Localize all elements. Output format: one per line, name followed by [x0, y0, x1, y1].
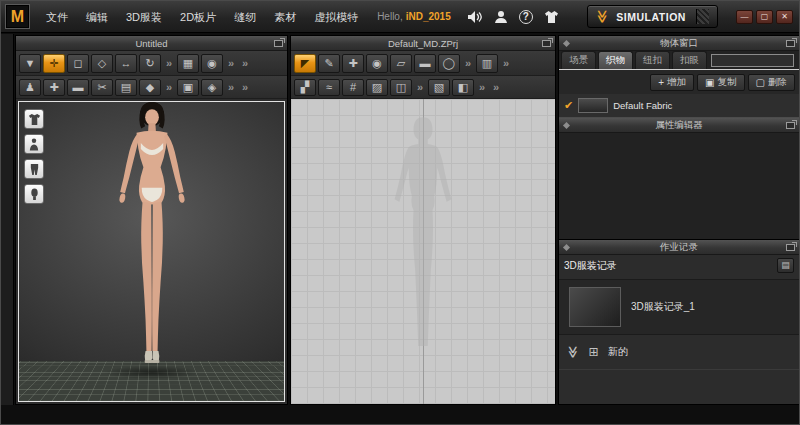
fabric-swatch — [578, 98, 608, 113]
texture-display-tool[interactable]: ▣ — [177, 79, 199, 96]
copy-fabric-button[interactable]: ▣复制 — [697, 74, 744, 91]
viewport-2d-titlebar[interactable]: Default_MD.ZPrj — [291, 36, 555, 51]
display-toggle-garment[interactable] — [24, 109, 44, 129]
collapse-chevron-icon[interactable]: ≫ — [567, 346, 579, 359]
toolbar-overflow-chevron[interactable]: » — [500, 54, 512, 73]
menu-2d-pattern[interactable]: 2D板片 — [171, 1, 225, 33]
shading-tool[interactable]: ◧ — [452, 79, 474, 96]
lasso-select-tool[interactable]: ◇ — [91, 54, 113, 73]
avatar-edit-tool[interactable]: ♟ — [19, 79, 41, 96]
tab-button[interactable]: 纽扣 — [635, 51, 670, 69]
popout-icon[interactable] — [786, 122, 795, 129]
menu-label: 缝纫 — [234, 11, 256, 23]
simulation-button[interactable]: ≫ SIMULATION — [587, 5, 718, 28]
toolbar-overflow-chevron[interactable]: » — [476, 79, 488, 96]
garment-icon[interactable] — [544, 10, 559, 24]
tape-tool[interactable]: ▬ — [67, 79, 89, 96]
tab-buttonhole[interactable]: 扣眼 — [672, 51, 707, 69]
menu-edit[interactable]: 编辑 — [77, 1, 117, 33]
toolbar-overflow-chevron[interactable]: » — [239, 54, 251, 73]
library-collapsed-tab[interactable] — [1, 34, 14, 405]
minimize-button[interactable]: — — [736, 10, 753, 24]
viewport-2d-canvas[interactable] — [291, 99, 555, 404]
toolbar-overflow-chevron[interactable]: » — [414, 79, 426, 96]
segment-sewing-tool[interactable]: ▞ — [294, 79, 316, 96]
menu-label: 素材 — [274, 11, 296, 23]
popout-icon[interactable] — [542, 40, 551, 47]
rotate-tool[interactable]: ↻ — [139, 54, 161, 73]
volume-icon[interactable] — [467, 10, 483, 24]
popout-icon[interactable] — [786, 40, 795, 47]
fabric-list-item[interactable]: ✔ Default Fabric — [559, 94, 799, 118]
add-point-tool[interactable]: ✚ — [342, 54, 364, 73]
viewport-3d-titlebar[interactable]: Untitled — [16, 36, 287, 51]
new-record-label[interactable]: 新的 — [608, 345, 628, 359]
edit-curvature-tool[interactable]: ◉ — [366, 54, 388, 73]
collapse-marker-icon[interactable] — [563, 244, 570, 251]
close-button[interactable]: ✕ — [776, 10, 793, 24]
app-logo[interactable]: M — [5, 4, 30, 29]
fabric-check-icon: ✔ — [564, 99, 573, 112]
layers-tool[interactable]: ▤ — [115, 79, 137, 96]
pin-tool[interactable]: ◉ — [201, 54, 223, 73]
menu-sewing[interactable]: 缝纫 — [225, 1, 265, 33]
delete-fabric-button[interactable]: ▢删除 — [748, 74, 795, 91]
popout-icon[interactable] — [786, 244, 795, 251]
help-icon[interactable]: ? — [519, 10, 533, 24]
add-record-icon[interactable]: ⊞ — [589, 346, 599, 358]
display-toggle-bottoms[interactable] — [24, 159, 44, 179]
maximize-button[interactable]: ▢ — [756, 10, 773, 24]
right-dock-panel: 物体窗口 场景织物纽扣扣眼 +增加 ▣复制 ▢删除 ✔ Default Fabr… — [558, 35, 800, 405]
fold-arrangement-tool[interactable]: ◫ — [390, 79, 412, 96]
scissors-tool[interactable]: ✂ — [91, 79, 113, 96]
show-grid-button[interactable]: ▦ — [177, 54, 199, 73]
history-item[interactable]: 3D服装记录_1 — [559, 279, 799, 335]
menu-avatar[interactable]: 虚拟模特 — [305, 1, 367, 33]
tab-scene[interactable]: 场景 — [561, 51, 596, 69]
toolbar-overflow-chevron[interactable]: » — [239, 79, 251, 96]
collapse-marker-icon[interactable] — [563, 122, 570, 129]
menu-file[interactable]: 文件 — [37, 1, 77, 33]
history-header[interactable]: 作业记录 — [559, 240, 799, 255]
toolbar-overflow-chevron[interactable]: » — [163, 54, 175, 73]
toolbar-overflow-chevron[interactable]: » — [225, 79, 237, 96]
toolbar-overflow-chevron[interactable]: » — [462, 54, 474, 73]
collapse-marker-icon[interactable] — [563, 40, 570, 47]
texture-tool[interactable]: ▨ — [366, 79, 388, 96]
add-fabric-button[interactable]: +增加 — [650, 74, 694, 91]
add-pin-tool[interactable]: ✚ — [43, 79, 65, 96]
tab-fabric[interactable]: 织物 — [598, 51, 633, 69]
rectangle-tool[interactable]: ▬ — [414, 54, 436, 73]
object-filter-input[interactable] — [711, 54, 794, 67]
circle-tool[interactable]: ◯ — [438, 54, 460, 73]
popout-icon[interactable] — [274, 40, 283, 47]
grading-tool[interactable]: # — [342, 79, 364, 96]
polygon-tool[interactable]: ▱ — [390, 54, 412, 73]
tshirt-icon — [28, 113, 41, 126]
property-editor-header[interactable]: 属性编辑器 — [559, 118, 799, 133]
display-toggle-avatar[interactable] — [24, 134, 44, 154]
history-options-button[interactable]: ▤ — [777, 258, 794, 273]
viewport-3d-canvas[interactable] — [18, 101, 285, 402]
menu-3d-garment[interactable]: 3D服装 — [117, 1, 171, 33]
menu-material[interactable]: 素材 — [265, 1, 305, 33]
edit-pattern-tool[interactable]: ✎ — [318, 54, 340, 73]
select-move-tool[interactable]: ✛ — [43, 54, 65, 73]
object-window-actions: +增加 ▣复制 ▢删除 — [559, 70, 799, 94]
dart-tool[interactable]: ▥ — [476, 54, 498, 73]
object-window-header[interactable]: 物体窗口 — [559, 36, 799, 51]
translate-tool[interactable]: ↔ — [115, 54, 137, 73]
transform-pattern-tool[interactable]: ◤ — [294, 54, 316, 73]
render-style-tool[interactable]: ◈ — [201, 79, 223, 96]
stitch-display-tool[interactable]: ◆ — [139, 79, 161, 96]
rectangle-select-tool[interactable]: ◻ — [67, 54, 89, 73]
username: iND_2015 — [406, 11, 451, 22]
topstitch-tool[interactable]: ▧ — [428, 79, 450, 96]
free-sewing-tool[interactable]: ≈ — [318, 79, 340, 96]
toolbar-overflow-chevron[interactable]: » — [490, 79, 502, 96]
gizmo-mode-button[interactable]: ▼ — [19, 54, 41, 73]
user-account-icon[interactable] — [494, 10, 508, 24]
display-toggle-head[interactable] — [24, 184, 44, 204]
toolbar-overflow-chevron[interactable]: » — [163, 79, 175, 96]
toolbar-overflow-chevron[interactable]: » — [225, 54, 237, 73]
